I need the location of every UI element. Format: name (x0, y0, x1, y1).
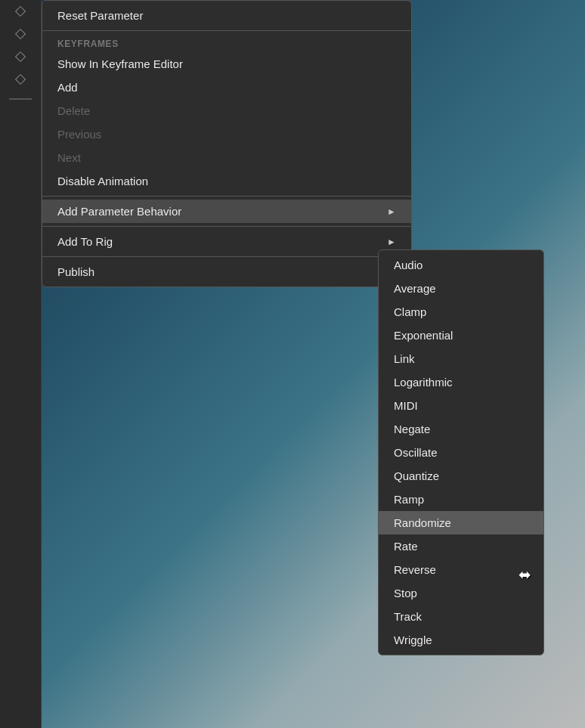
submenu-item-reverse[interactable]: Reverse (379, 558, 543, 581)
menu-item-label: Publish (57, 265, 94, 278)
menu-item-reset-parameter[interactable]: Reset Parameter (42, 4, 411, 27)
submenu-item-label: Stop (394, 587, 417, 599)
sidebar-diamond-3 (15, 51, 26, 62)
menu-item-label: Previous (57, 128, 101, 141)
submenu-item-label: Clamp (394, 305, 426, 318)
submenu-item-stop[interactable]: Stop (379, 581, 543, 605)
menu-item-label: Reset Parameter (57, 9, 143, 22)
menu-item-label: Add Parameter Behavior (57, 205, 181, 218)
context-menu: Reset Parameter KEYFRAMES Show In Keyfra… (42, 0, 412, 287)
submenu-item-label: Average (394, 282, 436, 295)
menu-item-delete: Delete (42, 99, 411, 122)
menu-item-publish[interactable]: Publish (42, 260, 411, 283)
menu-item-label: Disable Animation (57, 175, 148, 187)
menu-separator-2 (42, 196, 411, 197)
menu-item-add[interactable]: Add (42, 76, 411, 99)
sidebar-diamond-1 (15, 6, 26, 17)
parameter-behavior-submenu: Audio Average Clamp Exponential Link Log… (378, 249, 544, 655)
menu-item-previous: Previous (42, 122, 411, 146)
keyframes-section-header: KEYFRAMES (42, 34, 411, 52)
submenu-item-quantize[interactable]: Quantize (379, 464, 543, 488)
submenu-item-label: Quantize (394, 469, 439, 482)
submenu-item-link[interactable]: Link (379, 347, 543, 370)
submenu-arrow-icon: ► (387, 206, 396, 217)
submenu-item-label: Logarithmic (394, 376, 453, 389)
submenu-item-randomize[interactable]: Randomize (379, 511, 543, 534)
submenu-item-midi[interactable]: MIDI (379, 394, 543, 417)
submenu-item-audio[interactable]: Audio (379, 253, 543, 277)
submenu-arrow-rig-icon: ► (387, 237, 396, 247)
sidebar-diamond-4 (15, 74, 26, 85)
menu-item-label: Add To Rig (57, 235, 113, 248)
submenu-item-label: Link (394, 352, 415, 365)
menu-item-label: Delete (57, 104, 90, 117)
submenu-item-label: Reverse (394, 563, 436, 576)
submenu-item-label: Rate (394, 540, 418, 553)
submenu-item-track[interactable]: Track (379, 605, 543, 628)
submenu-item-label: Oscillate (394, 446, 438, 459)
submenu-item-ramp[interactable]: Ramp (379, 488, 543, 511)
submenu-item-logarithmic[interactable]: Logarithmic (379, 370, 543, 394)
submenu-item-label: Wriggle (394, 634, 432, 646)
menu-separator-3 (42, 226, 411, 227)
menu-item-label: Show In Keyframe Editor (57, 57, 183, 70)
submenu-item-label: Exponential (394, 329, 453, 342)
menu-item-next: Next (42, 146, 411, 169)
submenu-item-label: Track (394, 610, 422, 623)
submenu-item-oscillate[interactable]: Oscillate (379, 441, 543, 464)
submenu-item-rate[interactable]: Rate (379, 534, 543, 558)
submenu-item-exponential[interactable]: Exponential (379, 324, 543, 347)
menu-separator-4 (42, 256, 411, 257)
submenu-item-label: MIDI (394, 399, 418, 412)
menu-item-disable-animation[interactable]: Disable Animation (42, 169, 411, 193)
submenu-item-clamp[interactable]: Clamp (379, 300, 543, 324)
menu-item-show-keyframe-editor[interactable]: Show In Keyframe Editor (42, 52, 411, 76)
submenu-item-label: Audio (394, 259, 422, 271)
menu-item-add-to-rig[interactable]: Add To Rig ► (42, 230, 411, 253)
submenu-item-average[interactable]: Average (379, 277, 543, 300)
menu-item-label: Next (57, 151, 81, 164)
sidebar-strip (0, 0, 42, 728)
submenu-item-label: Negate (394, 423, 430, 435)
menu-item-label: Add (57, 81, 78, 94)
submenu-item-wriggle[interactable]: Wriggle (379, 628, 543, 652)
sidebar-line (9, 98, 32, 100)
menu-separator-1 (42, 30, 411, 31)
submenu-item-negate[interactable]: Negate (379, 417, 543, 441)
submenu-item-label: Ramp (394, 493, 424, 506)
menu-item-add-parameter-behavior[interactable]: Add Parameter Behavior ► (42, 200, 411, 223)
submenu-item-label: Randomize (394, 516, 451, 529)
sidebar-diamond-2 (15, 29, 26, 39)
